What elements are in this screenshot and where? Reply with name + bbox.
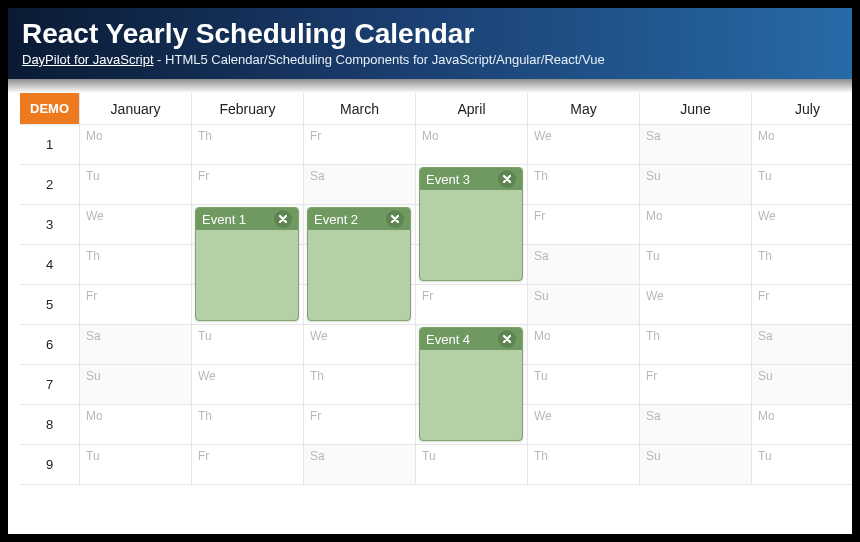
day-cell[interactable]: We (304, 325, 416, 365)
day-cell[interactable]: Fr (192, 445, 304, 485)
day-cell[interactable]: Th (640, 325, 752, 365)
calendar: DEMOJanuaryFebruaryMarchAprilMayJuneJuly… (20, 93, 840, 485)
day-cell[interactable]: Tu (80, 165, 192, 205)
event3[interactable]: Event 3 (419, 167, 523, 281)
day-cell[interactable]: We (640, 285, 752, 325)
event-label: Event 3 (426, 172, 470, 187)
day-cell[interactable]: Su (80, 365, 192, 405)
day-cell[interactable]: Sa (304, 165, 416, 205)
row-header[interactable]: 6 (20, 325, 80, 365)
day-cell[interactable]: Th (528, 445, 640, 485)
day-cell[interactable]: Tu (640, 245, 752, 285)
month-header-april[interactable]: April (416, 93, 528, 125)
subtitle-rest: - HTML5 Calendar/Scheduling Components f… (154, 52, 605, 67)
day-cell[interactable]: Mo (752, 405, 852, 445)
row-header[interactable]: 1 (20, 125, 80, 165)
day-cell[interactable]: Th (80, 245, 192, 285)
day-cell[interactable]: Th (528, 165, 640, 205)
row-header[interactable]: 4 (20, 245, 80, 285)
month-header-march[interactable]: March (304, 93, 416, 125)
row-header[interactable]: 2 (20, 165, 80, 205)
day-cell[interactable]: Sa (640, 405, 752, 445)
close-icon[interactable] (386, 210, 404, 228)
close-icon[interactable] (498, 330, 516, 348)
day-cell[interactable]: Sa (752, 325, 852, 365)
month-header-january[interactable]: January (80, 93, 192, 125)
day-cell[interactable]: We (528, 125, 640, 165)
day-cell[interactable]: Sa (304, 445, 416, 485)
app-header: React Yearly Scheduling Calendar DayPilo… (8, 8, 852, 79)
day-cell[interactable]: Th (752, 245, 852, 285)
day-cell[interactable]: Mo (752, 125, 852, 165)
day-cell[interactable]: Fr (528, 205, 640, 245)
day-cell[interactable]: Fr (640, 365, 752, 405)
row-header[interactable]: 3 (20, 205, 80, 245)
day-cell[interactable]: Su (528, 285, 640, 325)
day-cell[interactable]: Fr (304, 125, 416, 165)
day-cell[interactable]: Su (752, 365, 852, 405)
day-cell[interactable]: Tu (416, 445, 528, 485)
close-icon[interactable] (274, 210, 292, 228)
demo-badge: DEMO (20, 93, 80, 125)
close-icon[interactable] (498, 170, 516, 188)
day-cell[interactable]: Fr (304, 405, 416, 445)
page-title: React Yearly Scheduling Calendar (22, 18, 838, 50)
day-cell[interactable]: Tu (192, 325, 304, 365)
day-cell[interactable]: Tu (752, 445, 852, 485)
page-subtitle: DayPilot for JavaScript - HTML5 Calendar… (22, 52, 838, 67)
month-header-may[interactable]: May (528, 93, 640, 125)
event-label: Event 1 (202, 212, 246, 227)
day-cell[interactable]: Th (192, 125, 304, 165)
day-cell[interactable]: Sa (640, 125, 752, 165)
day-cell[interactable]: Th (192, 405, 304, 445)
day-cell[interactable]: Sa (528, 245, 640, 285)
event4[interactable]: Event 4 (419, 327, 523, 441)
month-header-june[interactable]: June (640, 93, 752, 125)
day-cell[interactable]: Fr (752, 285, 852, 325)
day-cell[interactable]: Mo (80, 405, 192, 445)
event-label: Event 2 (314, 212, 358, 227)
day-cell[interactable]: Th (304, 365, 416, 405)
day-cell[interactable]: Tu (528, 365, 640, 405)
day-cell[interactable]: We (80, 205, 192, 245)
row-header[interactable]: 5 (20, 285, 80, 325)
header-shadow (8, 79, 852, 93)
event2[interactable]: Event 2 (307, 207, 411, 321)
row-header[interactable]: 8 (20, 405, 80, 445)
day-cell[interactable]: Fr (416, 285, 528, 325)
event1[interactable]: Event 1 (195, 207, 299, 321)
month-header-july[interactable]: July (752, 93, 852, 125)
event-label: Event 4 (426, 332, 470, 347)
day-cell[interactable]: Su (640, 445, 752, 485)
day-cell[interactable]: We (752, 205, 852, 245)
day-cell[interactable]: Tu (752, 165, 852, 205)
day-cell[interactable]: We (192, 365, 304, 405)
daypilot-link[interactable]: DayPilot for JavaScript (22, 52, 154, 67)
day-cell[interactable]: Mo (80, 125, 192, 165)
day-cell[interactable]: Fr (192, 165, 304, 205)
day-cell[interactable]: Mo (640, 205, 752, 245)
day-cell[interactable]: Mo (528, 325, 640, 365)
row-header[interactable]: 9 (20, 445, 80, 485)
day-cell[interactable]: Sa (80, 325, 192, 365)
day-cell[interactable]: Su (640, 165, 752, 205)
day-cell[interactable]: Tu (80, 445, 192, 485)
month-header-february[interactable]: February (192, 93, 304, 125)
day-cell[interactable]: Mo (416, 125, 528, 165)
row-header[interactable]: 7 (20, 365, 80, 405)
day-cell[interactable]: Fr (80, 285, 192, 325)
day-cell[interactable]: We (528, 405, 640, 445)
